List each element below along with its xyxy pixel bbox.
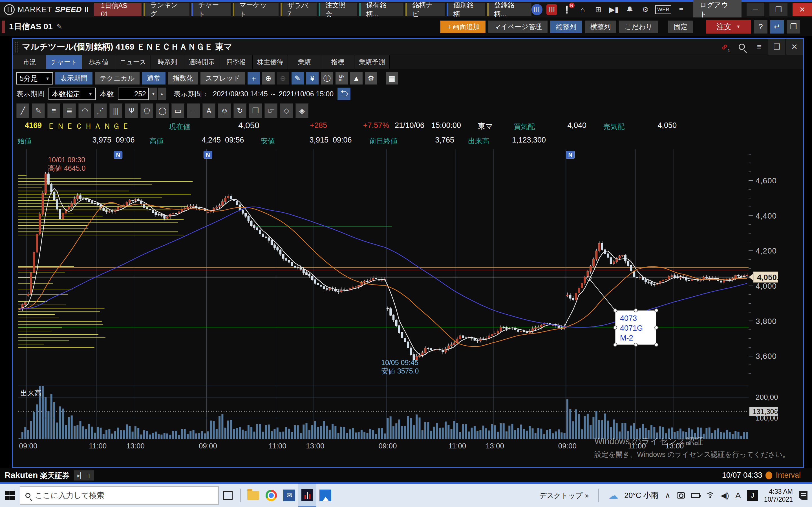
order-button[interactable]: 注文▼ bbox=[706, 20, 751, 34]
marketspeed-button[interactable] bbox=[298, 484, 316, 507]
add-screen-button[interactable]: ＋画面追加 bbox=[441, 20, 486, 33]
annotation-handle[interactable] bbox=[613, 326, 617, 330]
trendline-tool-icon[interactable]: ╱ bbox=[16, 103, 29, 118]
tab-earnings[interactable]: 業績 bbox=[288, 55, 321, 69]
annotation-handle[interactable] bbox=[613, 343, 617, 347]
taskbar-clock[interactable]: 4:33 AM10/7/2021 bbox=[764, 488, 793, 503]
window-restore-icon[interactable]: ❐ bbox=[768, 39, 785, 55]
annotation-handle[interactable] bbox=[654, 308, 658, 313]
spread-button[interactable]: スプレッド bbox=[200, 72, 245, 84]
menu-tab-order-inquiry[interactable]: 注文照会 bbox=[319, 3, 357, 16]
horizontal-lines-tool-icon[interactable]: ≡ bbox=[47, 103, 60, 118]
vertical-lines-tool-icon[interactable]: ||| bbox=[109, 103, 122, 118]
popout-button[interactable]: ❐ bbox=[786, 20, 800, 34]
indexed-button[interactable]: 指数化 bbox=[168, 72, 198, 84]
camera-icon[interactable] bbox=[677, 492, 685, 499]
weather-text[interactable]: 20°C 小雨 bbox=[624, 490, 659, 501]
chart-settings-button[interactable]: ⚙ bbox=[365, 72, 377, 84]
icon-stamp-tool-icon[interactable]: ☺ bbox=[218, 103, 231, 118]
eraser-all-tool-icon[interactable]: ◈ bbox=[296, 103, 308, 118]
hamburger-menu-icon[interactable]: ≡ bbox=[675, 4, 687, 15]
tab-shikiho[interactable]: 四季報 bbox=[219, 55, 253, 69]
my-chart-button[interactable]: MYıllı bbox=[336, 72, 348, 84]
settings-gears-icon[interactable]: ⚙ bbox=[640, 4, 651, 15]
draw-button[interactable]: ✎ bbox=[292, 72, 304, 84]
start-button[interactable] bbox=[0, 484, 20, 507]
desktop-toolbar[interactable]: デスクトップ» bbox=[539, 491, 589, 500]
duplicate-tool-icon[interactable]: ❐ bbox=[249, 103, 262, 118]
yen-scale-button[interactable]: ¥ bbox=[306, 72, 319, 84]
zoom-in-button[interactable]: ⊕ bbox=[262, 72, 274, 84]
kodawari-button[interactable]: こだわり bbox=[619, 20, 658, 33]
count-down-button[interactable]: ▼ bbox=[149, 88, 157, 100]
annotation-handle[interactable] bbox=[634, 343, 638, 347]
mypage-manage-button[interactable]: マイページ管理 bbox=[488, 20, 548, 33]
chart-square-icon[interactable] bbox=[546, 4, 557, 15]
menu-tab-zaraba7[interactable]: ザラバ7 bbox=[281, 3, 317, 16]
menu-tab-day-trade-as-01[interactable]: 1日信AS 01 bbox=[94, 3, 142, 16]
rectangle-tool-icon[interactable]: ▭ bbox=[171, 103, 185, 118]
menu-tab-individual-stock[interactable]: 個別銘柄 bbox=[447, 3, 485, 16]
minimize-button[interactable]: ─ bbox=[747, 3, 764, 16]
time-cycle-tool-icon[interactable]: ↻ bbox=[234, 103, 246, 118]
price-volume-chart[interactable]: 3,6003,8004,0004,2004,4004,600200,000100… bbox=[17, 149, 778, 452]
tab-indicators[interactable]: 指標 bbox=[321, 55, 354, 69]
ime-letter[interactable]: A bbox=[735, 491, 741, 500]
tab-news[interactable]: ニュース bbox=[115, 55, 151, 69]
crosshair-button[interactable]: ＋ bbox=[248, 72, 260, 84]
tab-market-overview[interactable]: 市況 bbox=[13, 55, 46, 69]
photos-button[interactable] bbox=[316, 484, 335, 507]
taskbar-search[interactable] bbox=[20, 486, 219, 505]
annotation-handle[interactable] bbox=[654, 326, 658, 330]
link-group-icon[interactable]: ∞1 bbox=[716, 39, 733, 55]
chrome-button[interactable] bbox=[262, 484, 280, 507]
eraser-tool-icon[interactable]: ◇ bbox=[280, 103, 293, 118]
interval-select[interactable]: 5分足▼ bbox=[16, 72, 53, 84]
weather-icon[interactable]: ☁ bbox=[608, 490, 618, 501]
reload-button[interactable]: ⮌ bbox=[338, 88, 350, 100]
drag-grip-icon[interactable] bbox=[15, 41, 19, 52]
pentagon-tool-icon[interactable]: ⬠ bbox=[140, 103, 153, 118]
count-up-button[interactable]: ▲ bbox=[157, 88, 166, 100]
task-view-button[interactable] bbox=[219, 484, 237, 507]
search-input[interactable] bbox=[35, 491, 204, 500]
display-period-button[interactable]: 表示期間 bbox=[55, 72, 93, 84]
bar-count-input[interactable] bbox=[118, 88, 149, 100]
parallel-lines-tool-icon[interactable]: ≣ bbox=[63, 103, 76, 118]
annotation-handle[interactable] bbox=[634, 308, 638, 313]
window-menu-icon[interactable]: ≡ bbox=[751, 39, 768, 55]
tab-disclosure[interactable]: 適時開示 bbox=[184, 55, 219, 69]
wifi-icon[interactable] bbox=[706, 492, 714, 499]
ime-mode-icon[interactable]: J bbox=[747, 490, 758, 501]
restore-button[interactable]: ❐ bbox=[769, 3, 787, 16]
tab-tick[interactable]: 歩み値 bbox=[82, 55, 115, 69]
menu-tab-market[interactable]: マーケット bbox=[233, 3, 278, 16]
home-icon[interactable]: ⌂ bbox=[577, 4, 589, 15]
tab-chart[interactable]: チャート bbox=[46, 55, 82, 69]
add-window-icon[interactable]: ⊞ bbox=[592, 4, 604, 15]
pin-fixed-button[interactable]: 固定 bbox=[668, 20, 693, 33]
menu-tab-holdings[interactable]: 保有銘柄... bbox=[359, 3, 403, 16]
menu-tab-chart[interactable]: チャート bbox=[192, 3, 231, 16]
menu-tab-ranking[interactable]: ランキング bbox=[144, 3, 190, 16]
speaker-icon[interactable]: ◀) bbox=[721, 491, 729, 500]
multitool-titlebar[interactable]: マルチツール(個別銘柄) 4169 ＥＮＥＣＨＡＮＧＥ 東マ ∞1 ≡ ❐ ✕ bbox=[13, 39, 803, 55]
close-button[interactable]: ✕ bbox=[793, 3, 812, 16]
hand-tool-icon[interactable]: ☞ bbox=[264, 103, 277, 118]
text-tool-icon[interactable]: A bbox=[202, 103, 215, 118]
tile-horizontal-button[interactable]: 横整列 bbox=[585, 20, 616, 33]
info-button[interactable]: ⓘ bbox=[321, 72, 333, 84]
period-mode-select[interactable]: 本数指定▼ bbox=[49, 88, 96, 100]
monitor-icon[interactable]: ▶▮ bbox=[608, 4, 620, 15]
ellipse-tool-icon[interactable]: ◯ bbox=[156, 103, 169, 118]
battery-icon[interactable] bbox=[691, 493, 700, 498]
quick-order-button[interactable]: ↵ bbox=[770, 20, 784, 34]
statusbar-buttons[interactable]: ▸▏▯ bbox=[74, 470, 94, 481]
file-explorer-button[interactable] bbox=[244, 484, 262, 507]
action-center-icon[interactable] bbox=[799, 491, 808, 500]
fan-lines-tool-icon[interactable]: ⋰ bbox=[94, 103, 107, 118]
trendline[interactable] bbox=[589, 278, 615, 311]
technical-button[interactable]: テクニカル bbox=[95, 72, 140, 84]
tray-expand-icon[interactable]: ∧ bbox=[665, 491, 670, 500]
area-chart-button[interactable]: ▲ bbox=[350, 72, 363, 84]
